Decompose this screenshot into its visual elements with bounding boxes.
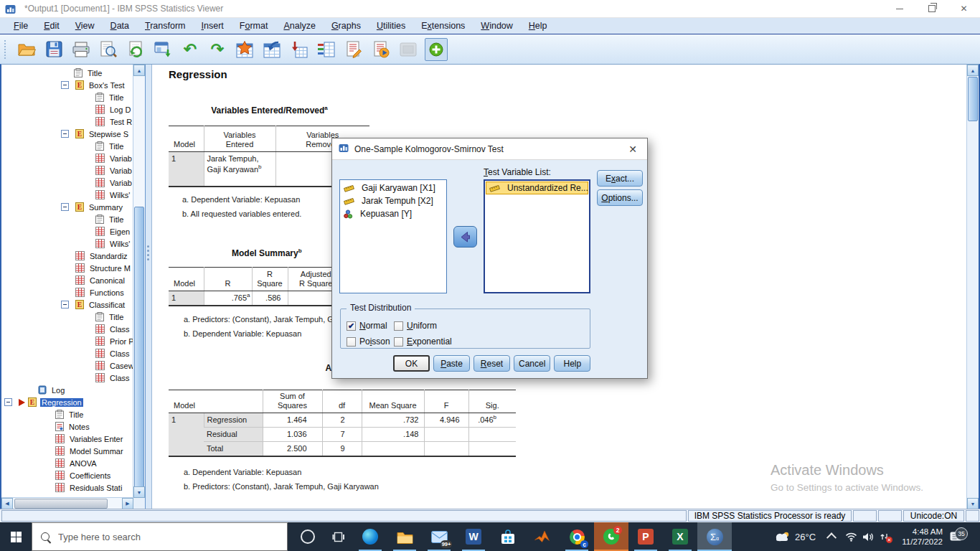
dialog-close-icon[interactable]: ✕ bbox=[625, 143, 641, 155]
word-taskbar-icon[interactable]: W bbox=[456, 522, 491, 551]
outline-item-variab[interactable]: Variab bbox=[1, 164, 133, 176]
open-output-icon[interactable] bbox=[16, 39, 37, 60]
outline-item-casew[interactable]: Casew bbox=[1, 359, 133, 372]
scrollbar-thumb[interactable] bbox=[968, 77, 978, 121]
outline-item-structure-m[interactable]: Structure M bbox=[1, 262, 133, 274]
weather-icon[interactable] bbox=[773, 522, 792, 551]
redo-icon[interactable]: ↷ bbox=[207, 39, 228, 60]
close-icon[interactable]: ✕ bbox=[948, 0, 980, 17]
collapse-box-icon[interactable] bbox=[61, 130, 69, 138]
variable-item-jarak-tempuh-x2[interactable]: Jarak Tempuh [X2] bbox=[340, 194, 446, 207]
outline-item-summary[interactable]: ESummary bbox=[1, 201, 133, 213]
scrollbar-thumb[interactable] bbox=[14, 499, 108, 509]
test-variable-list[interactable]: Unstandardized Re... bbox=[484, 179, 590, 293]
help-button[interactable]: Help bbox=[554, 355, 590, 372]
outline-item-title[interactable]: Title bbox=[1, 408, 133, 420]
outline-horizontal-scrollbar[interactable]: ◀ ▶ bbox=[1, 497, 133, 509]
scroll-right-icon[interactable]: ▶ bbox=[122, 498, 133, 509]
outline-item-prior-p[interactable]: Prior P bbox=[1, 335, 133, 347]
start-button[interactable] bbox=[0, 522, 32, 551]
outline-item-standardiz[interactable]: Standardiz bbox=[1, 250, 133, 262]
menu-item-window[interactable]: Window bbox=[473, 19, 520, 32]
search-input[interactable] bbox=[57, 531, 260, 543]
options-button[interactable]: Options... bbox=[597, 189, 643, 206]
outline-item-title[interactable]: Title bbox=[1, 213, 133, 225]
outline-item-class[interactable]: Class bbox=[1, 323, 133, 335]
outline-item-title[interactable]: Title bbox=[1, 67, 133, 79]
tray-chevron-icon[interactable] bbox=[828, 522, 835, 551]
outline-item-title[interactable]: Title bbox=[1, 140, 133, 152]
poisson-checkbox[interactable] bbox=[347, 337, 356, 347]
checkbox-uniform[interactable]: Uniform bbox=[394, 318, 473, 334]
volume-icon[interactable] bbox=[862, 522, 874, 551]
matlab-taskbar-icon[interactable] bbox=[525, 522, 560, 551]
reset-button[interactable]: Reset bbox=[473, 355, 510, 372]
menu-item-help[interactable]: Help bbox=[521, 19, 555, 32]
checkbox-poisson[interactable]: Poisson bbox=[347, 334, 394, 349]
checkbox-exponential[interactable]: Exponential bbox=[394, 334, 473, 349]
outline-item-eigen[interactable]: Eigen bbox=[1, 225, 133, 237]
chrome-taskbar-icon[interactable]: c bbox=[560, 522, 594, 551]
clock[interactable]: 4:48 AM 11/27/2022 bbox=[895, 522, 943, 551]
temperature-label[interactable]: 26°C bbox=[795, 522, 816, 551]
store-taskbar-icon[interactable] bbox=[491, 522, 525, 551]
excel-taskbar-icon[interactable]: X bbox=[663, 522, 697, 551]
edge-taskbar-icon[interactable] bbox=[353, 522, 387, 551]
collapse-box-icon[interactable] bbox=[61, 81, 69, 89]
outline-item-classificat[interactable]: EClassificat bbox=[1, 298, 133, 311]
outline-item-coefficients[interactable]: Coefficients bbox=[1, 469, 133, 481]
scroll-up-icon[interactable]: ▲ bbox=[133, 65, 145, 76]
paste-button[interactable]: Paste bbox=[433, 355, 470, 372]
mail-taskbar-icon[interactable]: 99+ bbox=[422, 522, 456, 551]
powerpoint-taskbar-icon[interactable]: P bbox=[628, 522, 663, 551]
cortana-button[interactable] bbox=[294, 522, 321, 551]
normal-checkbox[interactable]: ✔ bbox=[347, 321, 356, 331]
goto-variable-icon[interactable] bbox=[261, 39, 283, 60]
variable-item-kepuasan-y[interactable]: Kepuasan [Y] bbox=[340, 207, 446, 220]
export-output-icon[interactable] bbox=[152, 39, 174, 60]
collapse-box-icon[interactable] bbox=[61, 301, 69, 309]
checkbox-normal[interactable]: ✔Normal bbox=[347, 318, 394, 334]
notification-center-icon[interactable]: 35 bbox=[950, 522, 963, 551]
outline-item-title[interactable]: Title bbox=[1, 311, 133, 323]
outline-item-variab[interactable]: Variab bbox=[1, 176, 133, 189]
recall-dialog-icon[interactable] bbox=[125, 39, 146, 60]
outline-item-residuals-stati[interactable]: Residuals Stati bbox=[1, 481, 133, 494]
content-vertical-scrollbar[interactable]: ▲ ▼ bbox=[966, 65, 979, 509]
outline-item-stepwise-s[interactable]: EStepwise S bbox=[1, 128, 133, 140]
task-view-button[interactable] bbox=[324, 522, 352, 551]
variable-item-gaji-karyawan-x1[interactable]: Gaji Karyawan [X1] bbox=[340, 182, 446, 194]
scroll-down-icon[interactable]: ▼ bbox=[967, 498, 979, 509]
menu-item-transform[interactable]: Transform bbox=[137, 19, 194, 32]
outline-item-canonical[interactable]: Canonical bbox=[1, 274, 133, 286]
dialog-title-bar[interactable]: One-Sample Kolmogorov-Smirnov Test ✕ bbox=[332, 138, 647, 160]
taskbar-search[interactable] bbox=[32, 522, 288, 551]
source-variable-list[interactable]: Gaji Karyawan [X1]Jarak Tempuh [X2]Kepua… bbox=[339, 179, 447, 293]
collapse-box-icon[interactable] bbox=[4, 398, 12, 406]
show-hide-icon[interactable] bbox=[425, 38, 448, 61]
menu-item-insert[interactable]: Insert bbox=[194, 19, 232, 32]
outline-item-anova[interactable]: ANOVA bbox=[1, 457, 133, 469]
outline-item-box-s-test[interactable]: EBox's Test bbox=[1, 79, 133, 91]
outline-vertical-scrollbar[interactable]: ▲ ▼ bbox=[133, 65, 145, 498]
whatsapp-taskbar-icon[interactable]: 2 bbox=[594, 522, 628, 551]
menu-item-graphs[interactable]: Graphs bbox=[324, 19, 369, 32]
uniform-checkbox[interactable] bbox=[394, 321, 403, 331]
outline-item-class[interactable]: Class bbox=[1, 372, 133, 384]
outline-item-wilks[interactable]: Wilks' bbox=[1, 189, 133, 201]
insert-heading-icon[interactable] bbox=[343, 39, 364, 60]
undo-icon[interactable]: ↶ bbox=[179, 39, 201, 60]
outline-item-variables-enter[interactable]: Variables Enter bbox=[1, 433, 133, 445]
menu-item-extensions[interactable]: Extensions bbox=[413, 19, 473, 32]
menu-item-file[interactable]: File bbox=[6, 19, 36, 32]
splitter-handle[interactable] bbox=[146, 65, 152, 509]
menu-item-analyze[interactable]: Analyze bbox=[275, 19, 323, 32]
use-variable-sets-icon[interactable] bbox=[316, 39, 337, 60]
outline-item-wilks[interactable]: Wilks' bbox=[1, 237, 133, 250]
exponential-checkbox[interactable] bbox=[394, 337, 403, 347]
variables-icon[interactable] bbox=[288, 39, 310, 60]
wifi-icon[interactable] bbox=[845, 522, 857, 551]
menu-item-data[interactable]: Data bbox=[103, 19, 137, 32]
print-preview-icon[interactable] bbox=[98, 39, 119, 60]
menu-item-view[interactable]: View bbox=[67, 19, 103, 32]
